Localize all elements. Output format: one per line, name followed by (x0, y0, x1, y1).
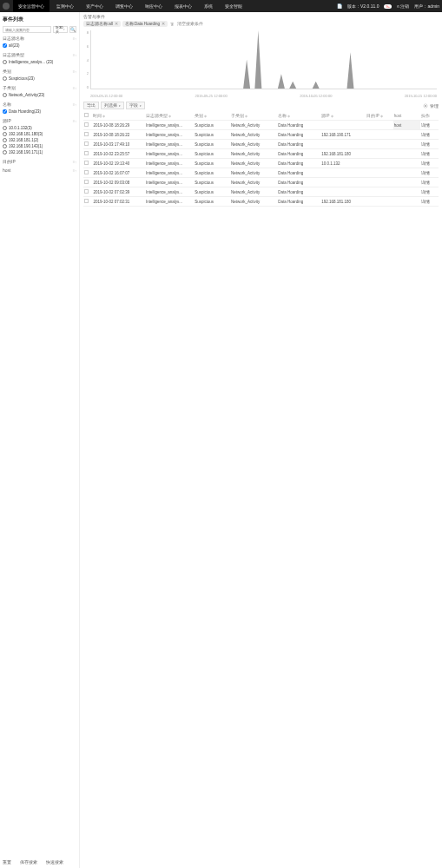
nav-response[interactable]: 响应中心 (140, 0, 168, 12)
chip-name[interactable]: 名称:Data Hoarding✕ (122, 21, 168, 27)
cell-sub: Network_Activity (230, 149, 277, 159)
nav-intel[interactable]: 安全智能 (220, 0, 247, 12)
clear-filters-icon[interactable]: 🗑 (170, 22, 175, 26)
nav-system[interactable]: 系统 (199, 0, 218, 12)
detail-link[interactable]: 详情 (421, 190, 430, 194)
col-name[interactable]: 名称◆ (277, 111, 320, 121)
sort-icon[interactable]: ≡↑ (73, 168, 76, 173)
detail-link[interactable]: 详情 (421, 133, 430, 137)
col-host[interactable]: host (393, 111, 420, 121)
facet-item[interactable]: Network_Activity(23) (3, 92, 76, 98)
filter-chips: 日志源名称:all✕ 名称:Data Hoarding✕ (83, 21, 168, 27)
facet-item[interactable]: 192.168.181.1(2) (3, 137, 76, 143)
select-all-checkbox[interactable] (84, 113, 89, 117)
detail-link[interactable]: 详情 (421, 161, 430, 166)
facet-item[interactable]: 10.0.1.132(3) (3, 125, 76, 131)
cell-host (393, 197, 420, 207)
row-checkbox[interactable] (84, 189, 89, 194)
cell-time: 2019-10-02 07:02:39 (92, 187, 145, 197)
row-checkbox[interactable] (84, 161, 89, 165)
cell-cat: Suspicious (194, 121, 230, 130)
tab-alerts[interactable]: 告警与事件 (83, 15, 105, 19)
detail-link[interactable]: 详情 (421, 123, 430, 128)
chip-logsource[interactable]: 日志源名称:all✕ (83, 21, 121, 27)
facet-checkbox[interactable] (3, 109, 7, 114)
facet-checkbox[interactable] (3, 144, 7, 148)
facet-checkbox[interactable] (3, 93, 7, 97)
col-cat[interactable]: 类别◆ (194, 111, 230, 121)
facet-item[interactable]: all(23) (3, 43, 76, 49)
facet-item[interactable]: Intelligence_analys... (23) (3, 59, 76, 65)
row-checkbox[interactable] (84, 122, 89, 127)
range-select[interactable]: 近30天▾ (53, 26, 68, 33)
facet-checkbox[interactable] (3, 43, 7, 48)
cell-host (393, 159, 420, 168)
sort-icon[interactable]: ≡↑ (73, 160, 76, 164)
sort-icon[interactable]: ≡↑ (73, 53, 76, 57)
row-checkbox[interactable] (84, 151, 89, 155)
facet-item[interactable]: 192.168.181.180(3) (3, 131, 76, 137)
col-sip[interactable]: 源IP◆ (320, 111, 366, 121)
field-select[interactable]: 字段 (126, 102, 145, 109)
sort-icon[interactable]: ≡↑ (73, 102, 76, 107)
cell-sub: Network_Activity (230, 187, 277, 197)
sort-icon[interactable]: ≡↑ (73, 69, 76, 74)
facet-label: 日志源类型 (3, 52, 24, 57)
nav-assets[interactable]: 资产中心 (81, 0, 109, 12)
facet-checkbox[interactable] (3, 138, 7, 142)
logout-link[interactable]: ⎋ 注销 (397, 3, 409, 9)
facet-checkbox[interactable] (3, 76, 7, 81)
gear-icon[interactable] (423, 103, 428, 108)
row-checkbox[interactable] (84, 199, 89, 203)
facet-checkbox[interactable] (3, 150, 7, 155)
col-sub[interactable]: 子类别◆ (230, 111, 277, 121)
facet-item[interactable]: 192.168.190.143(1) (3, 143, 76, 149)
cell-name: Data Hoarding (277, 178, 320, 187)
facet-checkbox[interactable] (3, 60, 7, 64)
sort-icon[interactable]: ≡↑ (73, 119, 76, 123)
save-search-link[interactable]: 保存搜索 (20, 859, 37, 865)
detail-link[interactable]: 详情 (421, 142, 430, 147)
detail-link[interactable]: 详情 (421, 181, 430, 185)
nav-investigate[interactable]: 调查中心 (110, 0, 138, 12)
detail-link[interactable]: 详情 (421, 200, 430, 204)
columns-select[interactable]: 列选择 (101, 102, 124, 109)
clear-filters-link[interactable]: 清空搜索条件 (177, 22, 203, 26)
version-icon: 📄 (337, 3, 342, 9)
facet-checkbox[interactable] (3, 126, 7, 130)
row-checkbox[interactable] (84, 132, 89, 136)
close-icon[interactable]: ✕ (115, 22, 118, 26)
close-icon[interactable]: ✕ (162, 22, 165, 26)
table-row: 2019-10-02 16:07:07Intelligence_analys..… (83, 168, 439, 178)
nav-monitor[interactable]: 监测中心 (51, 0, 79, 12)
col-src[interactable]: 日志源类型◆ (145, 111, 194, 121)
row-checkbox[interactable] (84, 141, 89, 146)
sidebar: 事件列表 近30天▾ 🔍 日志源名称≡↑all(23)日志源类型≡↑Intell… (0, 12, 80, 868)
row-checkbox[interactable] (84, 170, 89, 174)
table-row: 2019-10-02 23:25:57Intelligence_analys..… (83, 149, 439, 159)
row-checkbox[interactable] (84, 180, 89, 184)
nav-reports[interactable]: 报表中心 (169, 0, 197, 12)
quick-search-link[interactable]: 快速搜索 (46, 859, 63, 865)
export-button[interactable]: 导出 (83, 102, 99, 109)
facet-item[interactable]: 192.168.190.171(1) (3, 149, 76, 155)
cell-dip (366, 140, 393, 149)
cell-src: Intelligence_analys... (145, 187, 194, 197)
sort-icon[interactable]: ≡↑ (73, 36, 76, 41)
sort-icon[interactable]: ≡↑ (73, 86, 76, 90)
cell-name: Data Hoarding (277, 121, 320, 130)
detail-link[interactable]: 详情 (421, 152, 430, 156)
facet-checkbox[interactable] (3, 132, 7, 136)
search-icon[interactable]: 🔍 (69, 26, 76, 33)
cell-time: 2019-10-08 18:26:29 (92, 121, 145, 130)
col-time[interactable]: 时间◆ (92, 111, 145, 121)
col-dip[interactable]: 目的IP◆ (366, 111, 393, 121)
notif-badge[interactable]: 9+ (384, 4, 392, 9)
manage-link[interactable]: 管理 (430, 103, 439, 108)
reset-link[interactable]: 重置 (3, 859, 11, 865)
facet-item[interactable]: Suspicious(23) (3, 76, 76, 82)
detail-link[interactable]: 详情 (421, 171, 430, 175)
facet-item[interactable]: Data Hoarding(23) (3, 108, 76, 115)
search-input[interactable] (3, 26, 51, 33)
nav-security-ops[interactable]: 安全运营中心 (13, 0, 49, 12)
